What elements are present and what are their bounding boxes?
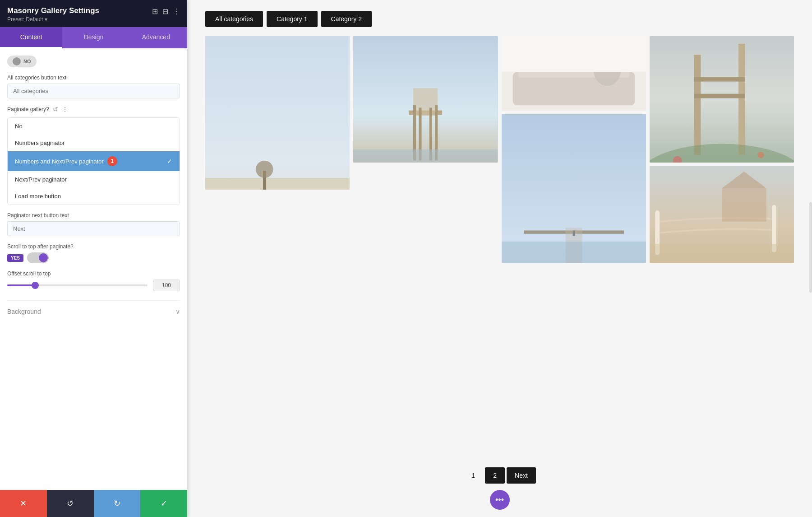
pagination-area: 1 2 Next ••• xyxy=(187,458,812,517)
gallery-col-3 xyxy=(502,36,646,343)
cat-all[interactable]: All categories xyxy=(205,11,263,27)
toggle-no-label: NO xyxy=(23,59,31,64)
undo-button[interactable]: ↺ xyxy=(47,490,94,517)
svg-rect-26 xyxy=(694,94,745,98)
category-bar: All categories Category 1 Category 2 xyxy=(187,0,812,36)
dropdown-option-numbers-next[interactable]: Numbers and Next/Prev paginator 1 ✓ xyxy=(8,151,180,171)
panel-header: Masonry Gallery Settings Preset: Default… xyxy=(0,0,187,27)
svg-rect-33 xyxy=(722,188,766,222)
svg-rect-24 xyxy=(738,44,745,155)
svg-rect-25 xyxy=(694,77,745,82)
slider-track[interactable] xyxy=(7,284,148,286)
toggle-no-row: NO xyxy=(7,56,180,67)
dropdown-option-nextprev[interactable]: Next/Prev paginator xyxy=(8,171,180,188)
gallery-image-3 xyxy=(502,36,646,111)
all-categories-label: All categories button text xyxy=(7,75,180,81)
background-header[interactable]: Background ∨ xyxy=(7,308,180,315)
scroll-toggle[interactable] xyxy=(27,252,49,263)
slider-thumb[interactable] xyxy=(32,282,39,289)
yes-toggle-row: YES xyxy=(7,252,180,263)
slider-value: 100 xyxy=(153,279,180,291)
toggle-thumb xyxy=(39,253,48,262)
svg-rect-23 xyxy=(694,55,701,155)
page-1-button[interactable]: 1 xyxy=(463,467,483,484)
panel-header-icons: ⊞ ⊟ ⋮ xyxy=(152,7,180,16)
gallery-area xyxy=(187,36,812,458)
redo-button[interactable]: ↻ xyxy=(94,490,141,517)
paginate-row: Paginate gallery? ↺ ⋮ xyxy=(7,106,180,113)
panel-tabs: Content Design Advanced xyxy=(0,27,187,48)
offset-scroll-slider: 100 xyxy=(7,279,180,291)
gallery-col-2 xyxy=(353,36,498,343)
save-button[interactable]: ✓ xyxy=(140,490,187,517)
panel-preset[interactable]: Preset: Default ▾ xyxy=(7,16,99,23)
scroll-indicator xyxy=(809,202,812,293)
paginate-dropdown: No Numbers paginator Numbers and Next/Pr… xyxy=(7,117,180,205)
pagination-row: 1 2 Next xyxy=(463,467,536,484)
toggle-no[interactable]: NO xyxy=(7,56,37,67)
svg-rect-6 xyxy=(413,88,438,116)
chevron-down-icon: ∨ xyxy=(175,308,180,315)
gallery-col-1 xyxy=(205,36,350,343)
cat-1[interactable]: Category 1 xyxy=(267,11,317,27)
cat-2[interactable]: Category 2 xyxy=(321,11,372,27)
svg-rect-11 xyxy=(353,149,498,163)
svg-rect-35 xyxy=(650,244,794,263)
gallery-image-6 xyxy=(650,166,794,263)
dots-button[interactable]: ••• xyxy=(490,490,510,510)
svg-rect-16 xyxy=(502,36,646,72)
badge-1: 1 xyxy=(107,156,117,166)
background-section: Background ∨ xyxy=(7,300,180,315)
gallery-image-5 xyxy=(650,36,794,163)
toggle-circle xyxy=(13,57,21,65)
gallery-image-1 xyxy=(205,36,350,190)
cancel-button[interactable]: ✕ xyxy=(0,490,47,517)
page-2-button[interactable]: 2 xyxy=(485,467,505,484)
svg-rect-0 xyxy=(205,36,350,190)
action-bar: ✕ ↺ ↻ ✓ xyxy=(0,490,187,517)
paginator-next-label: Paginator next button text xyxy=(7,212,180,219)
gallery-image-2 xyxy=(353,36,498,163)
svg-point-29 xyxy=(757,152,764,158)
gallery-image-4 xyxy=(502,114,646,263)
paginate-reset-icon[interactable]: ↺ xyxy=(53,106,58,113)
expand-icon[interactable]: ⊞ xyxy=(152,7,158,16)
check-icon: ✓ xyxy=(167,158,172,165)
svg-rect-22 xyxy=(650,36,794,163)
tab-advanced[interactable]: Advanced xyxy=(125,27,187,48)
right-area: All categories Category 1 Category 2 xyxy=(187,0,812,517)
all-categories-input[interactable] xyxy=(7,84,180,98)
dropdown-option-loadmore[interactable]: Load more button xyxy=(8,188,180,205)
panel-body: NO All categories button text Paginate g… xyxy=(0,48,187,490)
paginate-more-icon[interactable]: ⋮ xyxy=(62,106,68,113)
next-button[interactable]: Next xyxy=(507,467,536,484)
offset-scroll-label: Offset scroll to top xyxy=(7,270,180,277)
slider-fill xyxy=(7,284,35,286)
more-icon[interactable]: ⋮ xyxy=(173,7,180,16)
panel-title: Masonry Gallery Settings xyxy=(7,6,99,15)
paginate-label: Paginate gallery? xyxy=(7,106,49,112)
scroll-top-label: Scroll to top after paginate? xyxy=(7,243,180,250)
gallery-col-4 xyxy=(650,36,794,343)
svg-rect-20 xyxy=(502,242,646,263)
layout-icon[interactable]: ⊟ xyxy=(162,7,168,16)
svg-point-3 xyxy=(256,161,273,178)
dropdown-option-numbers[interactable]: Numbers paginator xyxy=(8,135,180,151)
left-panel: Masonry Gallery Settings Preset: Default… xyxy=(0,0,187,517)
svg-rect-21 xyxy=(572,230,575,236)
svg-rect-1 xyxy=(205,178,350,190)
paginator-next-input[interactable] xyxy=(7,221,180,236)
masonry-grid xyxy=(205,36,794,343)
background-label: Background xyxy=(7,308,41,315)
yes-badge: YES xyxy=(7,254,23,262)
tab-design[interactable]: Design xyxy=(62,27,125,48)
tab-content[interactable]: Content xyxy=(0,27,62,48)
dropdown-option-no[interactable]: No xyxy=(8,118,180,135)
